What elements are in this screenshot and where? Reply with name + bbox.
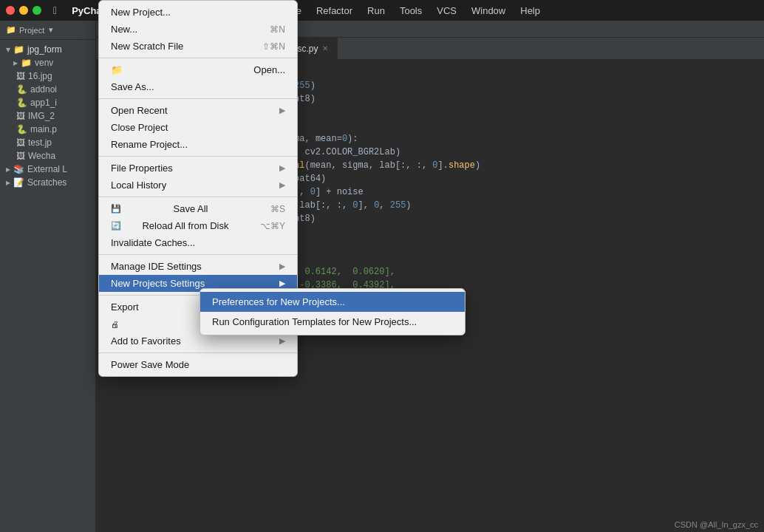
submenu-arrow-icon: ▶ (279, 336, 285, 346)
traffic-lights (6, 6, 41, 15)
menu-save-all[interactable]: 💾 Save All ⌘S (99, 200, 297, 217)
sidebar-label: venv (35, 58, 53, 68)
sidebar-title: Project (19, 26, 44, 35)
submenu-arrow-icon: ▶ (279, 262, 285, 271)
shortcut-label: ⌘S (270, 204, 285, 214)
menu-icon: 🔄 (111, 221, 123, 231)
menu-window[interactable]: Window (465, 4, 511, 18)
sidebar-tree: ▾ 📁 jpg_form ▸ 📁 venv 🖼 16.jpg 🐍 addnoi … (0, 40, 95, 192)
folder-icon: 📝 (13, 177, 24, 188)
sidebar: 📁 Project ▾ ▾ 📁 jpg_form ▸ 📁 venv 🖼 16.j… (0, 21, 96, 532)
submenu-arrow-icon: ▶ (279, 279, 285, 288)
folder-icon: 📁 (13, 44, 24, 55)
python-file-icon: 🐍 (16, 84, 27, 95)
sidebar-item-main[interactable]: 🐍 main.p (0, 123, 95, 136)
folder-icon: 📚 (13, 164, 24, 174)
sidebar-item-addnoise[interactable]: 🐍 addnoi (0, 83, 95, 96)
menu-open[interactable]: 📁 Open... (99, 61, 297, 78)
sidebar-label: app1_i (30, 98, 57, 108)
menu-file-properties[interactable]: File Properties ▶ (99, 160, 297, 177)
menu-item-label: Save All (174, 203, 208, 214)
submenu-arrow-icon: ▶ (279, 163, 285, 173)
sidebar-item-16jpg[interactable]: 🖼 16.jpg (0, 69, 95, 83)
chevron-down-icon[interactable]: ▾ (49, 25, 53, 35)
sidebar-label: IMG_2 (28, 111, 55, 121)
submenu-preferences-new-projects[interactable]: Preferences for New Projects... (200, 292, 465, 312)
menu-item-label: Open Recent (111, 105, 168, 116)
sidebar-item-scratches[interactable]: ▸ 📝 Scratches (0, 176, 95, 189)
maximize-button[interactable] (33, 6, 41, 15)
chevron-down-icon: ▾ (6, 44, 10, 55)
python-file-icon: 🐍 (16, 98, 27, 108)
sidebar-item-testjpg[interactable]: 🖼 test.jp (0, 136, 95, 149)
menu-help[interactable]: Help (514, 4, 546, 18)
submenu-item-label: Preferences for New Projects... (212, 296, 345, 307)
menu-item-label: New Scratch File (111, 41, 183, 52)
sidebar-header: 📁 Project ▾ (0, 21, 95, 40)
menu-vcs[interactable]: VCS (431, 4, 463, 18)
sidebar-label: test.jp (28, 137, 52, 148)
sidebar-item-wechat[interactable]: 🖼 Wecha (0, 149, 95, 163)
sidebar-item-external[interactable]: ▸ 📚 External L (0, 163, 95, 176)
watermark: CSDN @All_In_gzx_cc (675, 520, 758, 529)
close-button[interactable] (6, 6, 15, 15)
sidebar-item-app1[interactable]: 🐍 app1_i (0, 96, 95, 109)
menu-item-label: Reload All from Disk (142, 220, 228, 231)
sidebar-label: Wecha (28, 151, 55, 161)
shortcut-label: ⌘N (270, 24, 285, 35)
menu-new-scratch[interactable]: New Scratch File ⇧⌘N (99, 38, 297, 55)
menu-icon: 🖨 (111, 320, 123, 329)
menu-reload-disk[interactable]: 🔄 Reload All from Disk ⌥⌘Y (99, 217, 297, 234)
menu-item-label: Local History (111, 180, 166, 191)
sidebar-label: jpg_form (27, 44, 62, 55)
menu-separator (99, 98, 297, 99)
menu-run[interactable]: Run (361, 4, 391, 18)
menu-manage-ide-settings[interactable]: Manage IDE Settings ▶ (99, 258, 297, 275)
sidebar-item-venv[interactable]: ▸ 📁 venv (0, 56, 95, 69)
sidebar-label: 16.jpg (28, 71, 52, 81)
menu-item-label: Close Project (111, 122, 168, 133)
menu-open-recent[interactable]: Open Recent ▶ (99, 102, 297, 119)
menu-item-label: Manage IDE Settings (111, 261, 202, 272)
menu-item-label: New Project... (111, 7, 171, 18)
submenu-run-config-templates[interactable]: Run Configuration Templates for New Proj… (200, 312, 465, 332)
menu-local-history[interactable]: Local History ▶ (99, 177, 297, 194)
menu-item-label: Invalidate Caches... (111, 237, 195, 248)
menu-new-project[interactable]: New Project... (99, 4, 297, 21)
menu-item-label: New... (111, 24, 137, 35)
menu-item-label: Export (111, 301, 139, 313)
sidebar-label: addnoi (30, 84, 57, 95)
menu-icon: 💾 (111, 204, 123, 214)
menu-new[interactable]: New... ⌘N (99, 21, 297, 38)
shortcut-label: ⌥⌘Y (260, 221, 285, 231)
folder-icon: 📁 (21, 58, 32, 68)
menu-invalidate-caches[interactable]: Invalidate Caches... (99, 234, 297, 251)
minimize-button[interactable] (19, 6, 28, 15)
sidebar-item-img2[interactable]: 🖼 IMG_2 (0, 109, 95, 123)
menu-item-label: Open... (253, 64, 285, 75)
project-icon: 📁 (6, 25, 16, 35)
menu-separator (99, 58, 297, 58)
submenu-item-label: Run Configuration Templates for New Proj… (212, 316, 417, 327)
menu-item-label: File Properties (111, 163, 173, 174)
menu-separator (99, 254, 297, 255)
menu-save-as[interactable]: Save As... (99, 78, 297, 95)
menu-close-project[interactable]: Close Project (99, 119, 297, 136)
menu-power-save-mode[interactable]: Power Save Mode (99, 356, 297, 373)
menu-separator (99, 156, 297, 157)
menu-tools[interactable]: Tools (394, 4, 428, 18)
sidebar-item-jpg-form[interactable]: ▾ 📁 jpg_form (0, 43, 95, 56)
menu-refactor[interactable]: Refactor (310, 4, 358, 18)
image-file-icon: 🖼 (16, 151, 25, 161)
submenu-arrow-icon: ▶ (279, 106, 285, 115)
menu-item-label: Add to Favorites (111, 335, 181, 347)
image-file-icon: 🖼 (16, 111, 25, 121)
menu-rename-project[interactable]: Rename Project... (99, 136, 297, 153)
close-icon[interactable]: ✕ (322, 44, 328, 52)
new-projects-settings-submenu[interactable]: Preferences for New Projects... Run Conf… (199, 288, 465, 335)
python-file-icon: 🐍 (16, 124, 27, 134)
menu-separator (99, 352, 297, 353)
menu-separator (99, 197, 297, 197)
apple-menu[interactable]:  (53, 4, 57, 16)
image-file-icon: 🖼 (16, 137, 25, 148)
